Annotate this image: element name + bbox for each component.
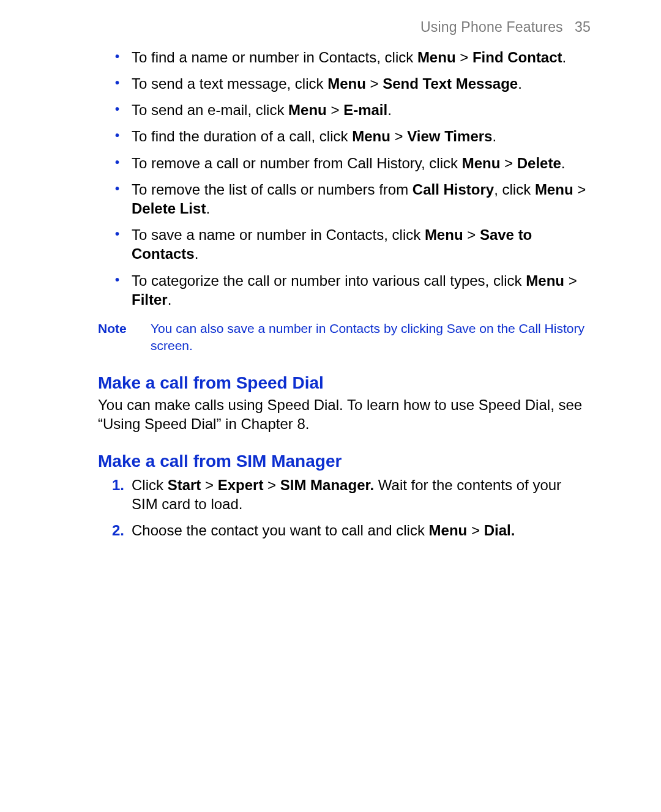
list-item: To find a name or number in Contacts, cl… bbox=[132, 48, 591, 67]
section-paragraph: You can make calls using Speed Dial. To … bbox=[98, 395, 591, 433]
list-item: To find the duration of a call, click Me… bbox=[132, 127, 591, 146]
section-heading-speed-dial: Make a call from Speed Dial bbox=[98, 372, 591, 394]
list-item: To send an e-mail, click Menu > E-mail. bbox=[132, 100, 591, 119]
note-label: Note bbox=[98, 320, 133, 355]
header-title: Using Phone Features bbox=[420, 19, 563, 35]
list-item: To remove the list of calls or numbers f… bbox=[132, 180, 591, 218]
list-item: To save a name or number in Contacts, cl… bbox=[132, 225, 591, 263]
list-item: 2. Choose the contact you want to call a… bbox=[132, 521, 591, 540]
running-header: Using Phone Features 35 bbox=[98, 18, 591, 37]
list-item: To remove a call or number from Call His… bbox=[132, 154, 591, 173]
list-item: To send a text message, click Menu > Sen… bbox=[132, 74, 591, 93]
note-block: Note You can also save a number in Conta… bbox=[98, 320, 591, 355]
list-item: 1. Click Start > Expert > SIM Manager. W… bbox=[132, 475, 591, 513]
step-number: 1. bbox=[112, 475, 124, 494]
page-number: 35 bbox=[575, 19, 591, 35]
bullet-list: To find a name or number in Contacts, cl… bbox=[98, 48, 591, 309]
note-text: You can also save a number in Contacts b… bbox=[151, 320, 591, 355]
list-item: To categorize the call or number into va… bbox=[132, 271, 591, 309]
numbered-list: 1. Click Start > Expert > SIM Manager. W… bbox=[98, 475, 591, 540]
section-heading-sim-manager: Make a call from SIM Manager bbox=[98, 450, 591, 472]
document-page: Using Phone Features 35 To find a name o… bbox=[0, 0, 661, 812]
step-number: 2. bbox=[112, 521, 124, 540]
